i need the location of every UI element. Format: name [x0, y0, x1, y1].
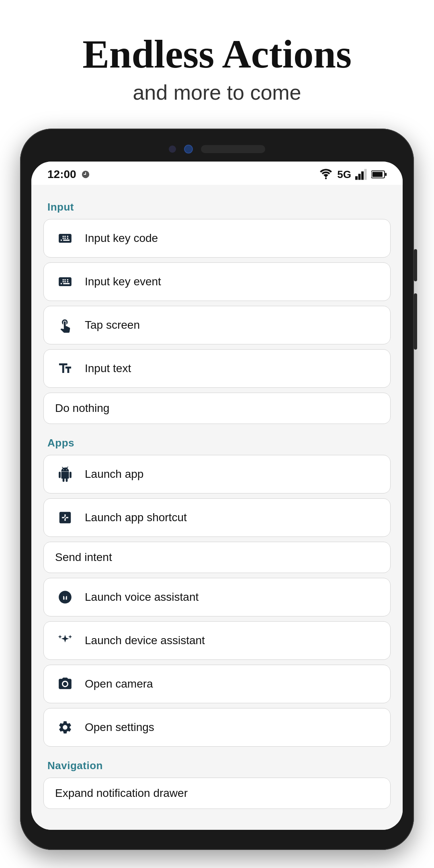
- action-item-tap-screen[interactable]: Tap screen: [43, 306, 391, 344]
- touch-icon: [55, 315, 75, 335]
- section-label-apps: Apps: [43, 429, 391, 455]
- action-item-input-text[interactable]: Input text: [43, 349, 391, 388]
- screen-content: Input Input key code Input key event: [31, 185, 403, 830]
- do-nothing-label: Do nothing: [55, 402, 109, 414]
- settings-icon: [55, 717, 75, 737]
- tap-screen-label: Tap screen: [85, 319, 140, 332]
- send-intent-label: Send intent: [55, 551, 112, 563]
- svg-rect-5: [385, 173, 387, 176]
- open-settings-label: Open settings: [85, 721, 154, 734]
- launch-app-label: Launch app: [85, 468, 143, 481]
- phone-screen: 12:00 5G: [31, 162, 403, 830]
- camera-dot-1: [169, 145, 176, 153]
- svg-rect-0: [355, 176, 358, 180]
- battery-icon: [371, 169, 387, 180]
- alarm-icon: [81, 170, 90, 179]
- sparkle-icon: [55, 587, 75, 607]
- action-item-open-settings[interactable]: Open settings: [43, 708, 391, 747]
- action-item-launch-device-assistant[interactable]: Launch device assistant: [43, 621, 391, 660]
- status-time: 12:00: [47, 168, 90, 181]
- svg-rect-3: [364, 169, 367, 180]
- section-label-input: Input: [43, 193, 391, 219]
- subtitle: and more to come: [24, 80, 410, 104]
- status-icons: 5G: [319, 168, 387, 181]
- section-label-navigation: Navigation: [43, 751, 391, 778]
- shortcut-icon: [55, 508, 75, 528]
- camera-icon: [55, 674, 75, 694]
- action-item-input-key-event[interactable]: Input key event: [43, 262, 391, 301]
- time-display: 12:00: [47, 168, 76, 181]
- launch-voice-assistant-label: Launch voice assistant: [85, 591, 199, 604]
- action-item-send-intent[interactable]: Send intent: [43, 542, 391, 573]
- page-header: Endless Actions and more to come: [0, 0, 434, 121]
- signal-icon: [355, 169, 367, 180]
- action-item-input-key-code[interactable]: Input key code: [43, 219, 391, 258]
- wifi-icon: [319, 169, 333, 180]
- volume-button: [414, 293, 417, 350]
- speaker-bar: [201, 145, 265, 153]
- expand-notification-drawer-label: Expand notification drawer: [55, 787, 188, 799]
- network-label: 5G: [337, 168, 351, 181]
- keyboard-icon-2: [55, 272, 75, 292]
- phone-top-bar: [31, 141, 403, 162]
- launch-device-assistant-label: Launch device assistant: [85, 634, 205, 647]
- sparkle-alt-icon: [55, 631, 75, 651]
- svg-rect-6: [373, 172, 383, 177]
- action-item-launch-app[interactable]: Launch app: [43, 455, 391, 493]
- android-icon: [55, 464, 75, 484]
- phone-wrapper: 12:00 5G: [20, 129, 414, 850]
- input-key-code-label: Input key code: [85, 232, 158, 245]
- input-key-event-label: Input key event: [85, 275, 161, 288]
- input-text-label: Input text: [85, 362, 131, 375]
- svg-rect-2: [361, 172, 364, 180]
- main-title: Endless Actions: [24, 32, 410, 76]
- side-buttons: [414, 249, 417, 350]
- camera-dot-2: [184, 145, 193, 154]
- launch-app-shortcut-label: Launch app shortcut: [85, 511, 187, 524]
- action-item-launch-app-shortcut[interactable]: Launch app shortcut: [43, 498, 391, 537]
- action-item-open-camera[interactable]: Open camera: [43, 665, 391, 703]
- text-icon: [55, 358, 75, 379]
- phone-frame: 12:00 5G: [20, 129, 414, 850]
- svg-rect-1: [358, 174, 361, 180]
- action-item-expand-notification-drawer[interactable]: Expand notification drawer: [43, 778, 391, 809]
- action-item-do-nothing[interactable]: Do nothing: [43, 393, 391, 424]
- open-camera-label: Open camera: [85, 678, 153, 690]
- status-bar: 12:00 5G: [31, 162, 403, 185]
- action-item-launch-voice-assistant[interactable]: Launch voice assistant: [43, 578, 391, 616]
- keyboard-icon: [55, 228, 75, 248]
- power-button: [414, 249, 417, 281]
